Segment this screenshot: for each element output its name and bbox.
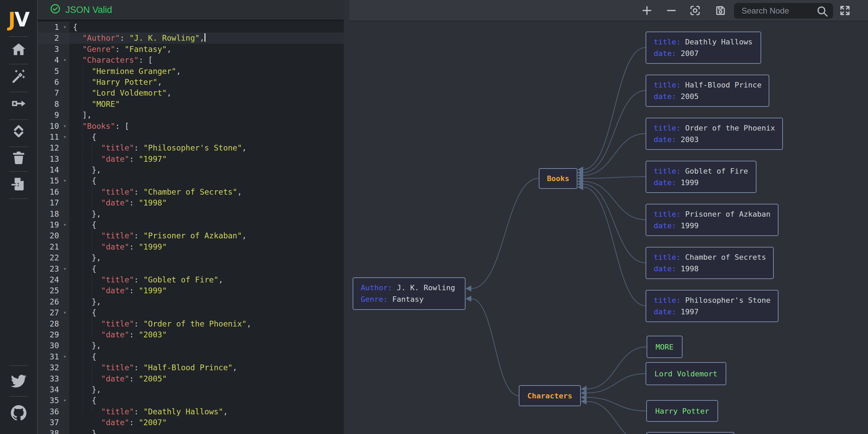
code-line[interactable]: 26 }, — [38, 296, 344, 307]
code-line[interactable]: 37 "date": "2007" — [38, 417, 344, 428]
graph-node-char-harry[interactable]: Harry Potter — [646, 400, 718, 422]
code-line[interactable]: 21 "date": "1999" — [38, 241, 344, 252]
graph-node-book-7[interactable]: title: Deathly Hallowsdate: 2007 — [646, 32, 761, 64]
line-number: 34 — [38, 384, 60, 395]
code-line[interactable]: 34 }, — [38, 384, 344, 395]
graph-node-book-1[interactable]: title: Philosopher's Stonedate: 1997 — [646, 290, 778, 322]
app-logo[interactable]: JV — [0, 8, 37, 31]
node-value: Chamber of Secrets — [680, 253, 766, 261]
fold-toggle-icon[interactable]: ▾ — [60, 175, 69, 186]
node-label: Harry Potter — [655, 407, 709, 415]
save-image-button[interactable] — [714, 4, 727, 18]
graph-node-book-6[interactable]: title: Half-Blood Princedate: 2005 — [646, 75, 769, 107]
edge-arrowhead — [581, 398, 587, 405]
code-line[interactable]: 9 ], — [38, 110, 344, 120]
graph-node-char-more[interactable]: MORE — [647, 336, 683, 358]
graph-panel: Author: J. K. RowlingGenre: FantasyBooks… — [344, 0, 868, 434]
code-line[interactable]: 31▾ { — [38, 351, 344, 362]
code-line[interactable]: 38 } — [38, 428, 344, 434]
graph-edge — [583, 134, 646, 175]
graph-node-books[interactable]: Books — [539, 168, 577, 189]
code-line[interactable]: 28 "title": "Order of the Phoenix", — [38, 318, 344, 329]
code-line[interactable]: 16 "title": "Chamber of Secrets", — [38, 186, 344, 197]
fold-toggle-icon — [60, 318, 69, 329]
github-link[interactable] — [11, 406, 27, 422]
graph-node-char-voldemort[interactable]: Lord Voldemort — [646, 362, 726, 385]
fold-toggle-icon[interactable]: ▾ — [60, 351, 69, 362]
graph-node-char-hermione[interactable]: Hermione Granger — [646, 432, 734, 434]
search-icon[interactable] — [816, 5, 829, 18]
code-line[interactable]: 7 "Lord Voldemort", — [38, 87, 344, 98]
fold-toggle-icon[interactable]: ▾ — [60, 121, 69, 132]
code-line[interactable]: 36 "title": "Deathly Hallows", — [38, 406, 344, 417]
node-value: 1997 — [676, 308, 698, 316]
edge-arrowhead — [577, 181, 583, 187]
code-line[interactable]: 29 "date": "2003" — [38, 329, 344, 340]
fold-toggle-icon[interactable]: ▾ — [60, 395, 69, 406]
node-key: Author: — [361, 283, 392, 292]
home-button[interactable] — [11, 42, 27, 58]
code-line[interactable]: 2 "Author": "J. K. Rowling", — [38, 33, 344, 43]
code-line[interactable]: 18 }, — [38, 209, 344, 219]
code-line[interactable]: 15▾ { — [38, 175, 344, 186]
magic-wand-icon — [11, 69, 26, 86]
fold-toggle-icon[interactable]: ▾ — [60, 55, 69, 65]
fold-toggle-icon[interactable]: ▾ — [60, 132, 69, 142]
graph-edges — [344, 0, 868, 434]
code-line[interactable]: 17 "date": "1998" — [38, 197, 344, 208]
divider — [9, 396, 28, 397]
code-line[interactable]: 8 "MORE" — [38, 99, 344, 110]
code-line[interactable]: 6 "Harry Potter", — [38, 77, 344, 87]
code-line[interactable]: 19▾ { — [38, 219, 344, 230]
code-line[interactable]: 23▾ { — [38, 263, 344, 274]
fold-toggle-icon — [60, 373, 69, 384]
graph-node-book-5[interactable]: title: Order of the Phoenixdate: 2003 — [646, 118, 783, 150]
code-line[interactable]: 10▾ "Books": [ — [38, 121, 344, 132]
code-line[interactable]: 30 }, — [38, 340, 344, 351]
code-line[interactable]: 35▾ { — [38, 395, 344, 406]
code-line[interactable]: 3 "Genre": "Fantasy", — [38, 44, 344, 55]
code-line[interactable]: 12 "title": "Philosopher's Stone", — [38, 142, 344, 153]
node-key: title: — [654, 210, 680, 218]
zoom-in-button[interactable] — [640, 4, 654, 18]
zoom-out-button[interactable] — [665, 4, 678, 18]
clear-json-button[interactable] — [11, 150, 27, 166]
code-editor[interactable]: 1▾{2 "Author": "J. K. Rowling",3 "Genre"… — [38, 22, 344, 434]
fold-toggle-icon[interactable]: ▾ — [60, 219, 69, 230]
line-number: 36 — [38, 406, 60, 417]
center-view-button[interactable] — [688, 4, 702, 18]
graph-node-book-2[interactable]: title: Chamber of Secretsdate: 1998 — [646, 247, 774, 279]
graph-node-book-4[interactable]: title: Goblet of Firedate: 1999 — [646, 161, 756, 193]
twitter-link[interactable] — [11, 374, 27, 390]
code-line[interactable]: 13 "date": "1997" — [38, 154, 344, 164]
auto-format-button[interactable] — [11, 69, 27, 85]
code-line[interactable]: 5 "Hermione Granger", — [38, 66, 344, 77]
code-line[interactable]: 27▾ { — [38, 307, 344, 318]
graph-canvas[interactable]: Author: J. K. RowlingGenre: FantasyBooks… — [344, 0, 868, 434]
code-line[interactable]: 25 "date": "1999" — [38, 285, 344, 296]
code-line[interactable]: 24 "title": "Goblet of Fire", — [38, 274, 344, 285]
line-number: 16 — [38, 186, 60, 197]
code-line[interactable]: 22 }, — [38, 252, 344, 263]
code-line[interactable]: 32 "title": "Half-Blood Prince", — [38, 362, 344, 373]
code-line[interactable]: 33 "date": "2005" — [38, 373, 344, 384]
fold-toggle-icon[interactable]: ▾ — [60, 263, 69, 274]
code-line[interactable]: 4▾ "Characters": [ — [38, 55, 344, 65]
code-line[interactable]: 1▾{ — [38, 22, 344, 33]
fold-toggle-icon[interactable]: ▾ — [60, 307, 69, 318]
code-line[interactable]: 14 }, — [38, 164, 344, 175]
fold-toggle-icon — [60, 33, 69, 43]
graph-node-root[interactable]: Author: J. K. RowlingGenre: Fantasy — [353, 277, 466, 310]
node-key: Genre: — [361, 295, 388, 303]
graph-node-book-3[interactable]: title: Prisoner of Azkabandate: 1999 — [646, 204, 778, 236]
code-line[interactable]: 20 "title": "Prisoner of Azkaban", — [38, 230, 344, 241]
fold-toggle-icon[interactable]: ▾ — [60, 22, 69, 33]
import-file-button[interactable] — [11, 177, 27, 193]
expand-width-button[interactable] — [11, 96, 27, 112]
fullscreen-button[interactable] — [838, 4, 852, 18]
graph-node-characters[interactable]: Characters — [519, 385, 581, 406]
line-number: 21 — [38, 241, 60, 252]
code-line[interactable]: 11▾ { — [38, 132, 344, 142]
collapse-expand-button[interactable] — [11, 124, 27, 140]
graph-edge — [587, 401, 646, 434]
